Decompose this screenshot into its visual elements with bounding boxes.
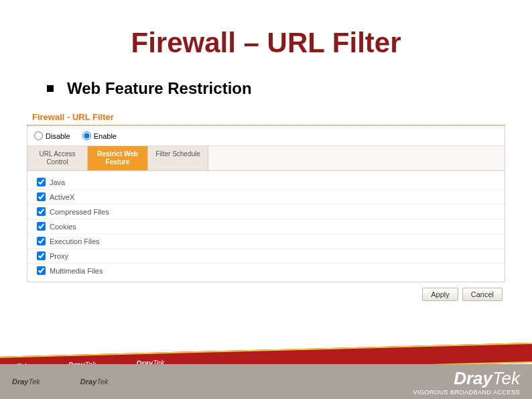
check-proxy-box[interactable] bbox=[37, 251, 46, 260]
panel-title: Firewall - URL Filter bbox=[27, 108, 505, 125]
footer-gray-bar: DrayTek DrayTek DrayTek VIGOROUS BROADBA… bbox=[0, 364, 532, 399]
footer-logo-4: DrayTek bbox=[12, 378, 40, 386]
tab-bar: URL Access Control Restrict Web Feature … bbox=[27, 146, 505, 171]
check-multimedia-label: Multimedia Files bbox=[50, 267, 103, 275]
check-java-box[interactable] bbox=[37, 178, 46, 186]
brand-logo: DrayTek bbox=[413, 368, 520, 389]
check-cookies-label: Cookies bbox=[50, 223, 76, 231]
radio-disable-label: Disable bbox=[46, 132, 70, 140]
footer-gray-left: DrayTek DrayTek bbox=[12, 378, 109, 386]
check-multimedia-box[interactable] bbox=[37, 266, 46, 275]
subtitle: Web Feature Restriction bbox=[67, 79, 252, 98]
footer-brand: DrayTek VIGOROUS BROADBAND ACCESS bbox=[413, 368, 520, 396]
radio-disable[interactable]: Disable bbox=[34, 131, 70, 140]
radio-enable-label: Enable bbox=[94, 132, 117, 140]
firewall-panel: Firewall - URL Filter Disable Enable URL… bbox=[27, 108, 505, 306]
check-proxy: Proxy bbox=[27, 249, 505, 264]
check-execution-label: Execution Files bbox=[50, 237, 100, 245]
radio-disable-input[interactable] bbox=[34, 131, 43, 140]
panel-body: Disable Enable URL Access Control Restri… bbox=[27, 125, 505, 282]
subtitle-row: Web Feature Restriction bbox=[0, 79, 532, 98]
check-execution-box[interactable] bbox=[37, 237, 46, 245]
enable-radio-group: Disable Enable bbox=[27, 126, 505, 146]
check-compressed-label: Compressed Files bbox=[50, 208, 109, 216]
slide-title: Firewall – URL Filter bbox=[0, 0, 532, 79]
check-cookies-box[interactable] bbox=[37, 222, 46, 231]
check-proxy-label: Proxy bbox=[50, 252, 68, 260]
check-multimedia: Multimedia Files bbox=[27, 264, 505, 278]
check-compressed-box[interactable] bbox=[37, 207, 46, 216]
footer: DrayTek DrayTek DrayTek DrayTek DrayTek … bbox=[0, 342, 532, 399]
radio-enable[interactable]: Enable bbox=[82, 131, 117, 140]
brand-tagline: VIGOROUS BROADBAND ACCESS bbox=[413, 389, 520, 396]
check-java: Java bbox=[27, 175, 505, 190]
apply-button[interactable]: Apply bbox=[422, 288, 458, 301]
check-compressed: Compressed Files bbox=[27, 205, 505, 219]
tab-restrict-web[interactable]: Restrict Web Feature bbox=[88, 146, 148, 170]
check-activex-label: ActiveX bbox=[50, 193, 74, 201]
bullet-icon bbox=[47, 85, 54, 92]
footer-logo-5: DrayTek bbox=[80, 378, 109, 386]
check-cookies: Cookies bbox=[27, 219, 505, 234]
cancel-button[interactable]: Cancel bbox=[462, 288, 503, 301]
feature-checklist: Java ActiveX Compressed Files Cookies Ex… bbox=[27, 171, 505, 282]
button-row: Apply Cancel bbox=[27, 282, 505, 306]
check-activex-box[interactable] bbox=[37, 192, 46, 201]
tab-filter-schedule[interactable]: Filter Schedule bbox=[148, 146, 208, 170]
check-java-label: Java bbox=[50, 178, 65, 186]
check-activex: ActiveX bbox=[27, 190, 505, 205]
radio-enable-input[interactable] bbox=[82, 131, 91, 140]
check-execution: Execution Files bbox=[27, 234, 505, 249]
tab-url-access[interactable]: URL Access Control bbox=[27, 146, 88, 170]
